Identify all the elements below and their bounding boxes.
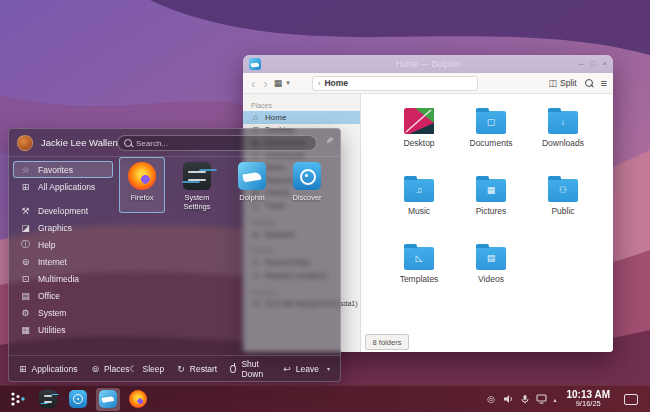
dolphin-icon xyxy=(238,162,266,190)
breadcrumb-home[interactable]: Home xyxy=(324,78,348,88)
menu-icon[interactable]: ≡ xyxy=(601,77,607,89)
microphone-icon[interactable] xyxy=(519,394,530,405)
nav-favorites[interactable]: ☆ Favorites xyxy=(13,161,113,178)
office-icon: ▤ xyxy=(20,291,31,301)
music-folder-icon: ♫ xyxy=(404,179,434,202)
digital-clock[interactable]: 10:13 AM 9/16/25 xyxy=(566,389,610,409)
nav-separator xyxy=(13,195,113,202)
edit-pencil-icon[interactable]: ✎ xyxy=(326,136,334,146)
nav-all-applications[interactable]: ⊞ All Applications xyxy=(13,178,113,195)
dolphin-titlebar[interactable]: Home — Dolphin – □ × xyxy=(243,55,613,73)
desktop: Home — Dolphin – □ × ‹ › ▦ ▾ › Home ◫ Sp… xyxy=(0,0,650,412)
show-desktop-button[interactable] xyxy=(624,394,638,405)
folder-documents[interactable]: ▢ Documents xyxy=(455,104,527,172)
favorites-icon: ☆ xyxy=(20,165,31,175)
forward-button[interactable]: › xyxy=(261,77,269,90)
help-icon: ⓘ xyxy=(20,238,31,251)
nav-development[interactable]: ⚒ Development xyxy=(13,202,113,219)
all-applications-icon: ⊞ xyxy=(20,182,31,192)
back-button[interactable]: ‹ xyxy=(249,77,257,90)
application-launcher-menu: Jackie Lee Wallen ✎ ☆ Favorites ⊞ All Ap… xyxy=(8,128,341,382)
applications-icon: ⊞ xyxy=(19,364,27,374)
view-mode-caret-icon[interactable]: ▾ xyxy=(286,79,290,87)
place-home[interactable]: ⌂ Home xyxy=(243,111,360,124)
system-tray: ◎ ▴ 10:13 AM 9/16/25 xyxy=(485,389,650,409)
taskbar-firefox[interactable] xyxy=(126,388,150,411)
favorite-discover[interactable]: Discover xyxy=(284,157,330,213)
development-icon: ⚒ xyxy=(20,206,31,216)
maximize-button[interactable]: □ xyxy=(590,60,595,68)
discover-icon xyxy=(293,162,321,190)
dolphin-app-icon xyxy=(249,58,261,70)
taskbar-dolphin-active[interactable] xyxy=(96,388,120,411)
taskbar: ◎ ▴ 10:13 AM 9/16/25 xyxy=(0,385,650,412)
desktop-folder-icon xyxy=(404,108,434,134)
breadcrumb[interactable]: › Home xyxy=(312,76,478,91)
tab-places[interactable]: ⊚ Places xyxy=(91,364,129,374)
system-settings-icon xyxy=(183,162,211,190)
user-name: Jackie Lee Wallen xyxy=(41,137,118,148)
minimize-button[interactable]: – xyxy=(579,60,583,68)
restart-button[interactable]: ↻ Restart xyxy=(177,364,217,374)
internet-icon: ⊚ xyxy=(20,257,31,267)
documents-folder-icon: ▢ xyxy=(476,111,506,134)
search-icon[interactable] xyxy=(585,79,593,87)
search-input[interactable] xyxy=(136,139,286,148)
shut-down-button[interactable]: Shut Down xyxy=(230,359,270,379)
favorite-firefox[interactable]: Firefox xyxy=(119,157,165,213)
breadcrumb-chevron-icon: › xyxy=(318,79,321,88)
tab-applications[interactable]: ⊞ Applications xyxy=(19,364,77,374)
folder-videos[interactable]: ▤ Videos xyxy=(455,240,527,308)
search-icon xyxy=(124,139,132,147)
graphics-icon: ◪ xyxy=(20,223,31,233)
taskbar-discover[interactable] xyxy=(66,388,90,411)
display-network-icon[interactable] xyxy=(536,394,547,405)
videos-folder-icon: ▤ xyxy=(476,247,506,270)
application-launcher-button[interactable] xyxy=(6,388,30,411)
folder-music[interactable]: ♫ Music xyxy=(383,172,455,240)
leave-button[interactable]: ↩ Leave ▾ xyxy=(283,364,330,374)
restart-icon: ↻ xyxy=(177,364,185,374)
chevron-down-icon: ▾ xyxy=(327,365,330,372)
favorites-grid: Firefox System Settings Dolphin Discover xyxy=(119,157,330,213)
folder-view: Desktop ▢ Documents ↓ Downloads ♫ Music xyxy=(361,94,613,352)
templates-folder-icon: ◺ xyxy=(404,247,434,270)
system-settings-icon xyxy=(39,390,57,408)
downloads-folder-icon: ↓ xyxy=(548,111,578,134)
status-bar: 8 folders xyxy=(365,334,409,350)
volume-icon[interactable] xyxy=(502,394,513,405)
sleep-icon: ☾ xyxy=(129,364,137,374)
folder-desktop[interactable]: Desktop xyxy=(383,104,455,172)
nav-multimedia[interactable]: ⊡ Multimedia xyxy=(13,270,113,287)
firefox-icon xyxy=(128,162,156,190)
favorite-dolphin[interactable]: Dolphin xyxy=(229,157,275,213)
status-notifier-icon[interactable]: ◎ xyxy=(485,394,496,405)
nav-system[interactable]: ⚙ System xyxy=(13,304,113,321)
nav-internet[interactable]: ⊚ Internet xyxy=(13,253,113,270)
search-field[interactable] xyxy=(117,135,317,151)
view-mode-icon[interactable]: ▦ xyxy=(274,78,283,88)
leave-icon: ↩ xyxy=(283,364,291,374)
sleep-button[interactable]: ☾ Sleep xyxy=(129,364,164,374)
folder-pictures[interactable]: ▦ Pictures xyxy=(455,172,527,240)
avatar[interactable] xyxy=(17,135,33,151)
kickoff-icon xyxy=(10,391,26,407)
multimedia-icon: ⊡ xyxy=(20,274,31,284)
split-button[interactable]: ◫ Split xyxy=(549,78,577,88)
dolphin-toolbar: ‹ › ▦ ▾ › Home ◫ Split ≡ xyxy=(243,73,613,94)
folder-public[interactable]: ⚇ Public xyxy=(527,172,599,240)
clock-date: 9/16/25 xyxy=(566,400,610,409)
nav-office[interactable]: ▤ Office xyxy=(13,287,113,304)
nav-help[interactable]: ⓘ Help xyxy=(13,236,113,253)
nav-utilities[interactable]: ▦ Utilities xyxy=(13,321,113,338)
folder-templates[interactable]: ◺ Templates xyxy=(383,240,455,308)
nav-graphics[interactable]: ◪ Graphics xyxy=(13,219,113,236)
utilities-icon: ▦ xyxy=(20,325,31,335)
taskbar-system-settings[interactable] xyxy=(36,388,60,411)
split-icon: ◫ xyxy=(549,78,558,88)
folder-downloads[interactable]: ↓ Downloads xyxy=(527,104,599,172)
close-button[interactable]: × xyxy=(602,60,607,68)
favorite-system-settings[interactable]: System Settings xyxy=(174,157,220,213)
launcher-footer: ⊞ Applications ⊚ Places ☾ Sleep ↻ Restar… xyxy=(9,355,340,381)
tray-expand-icon[interactable]: ▴ xyxy=(553,396,556,403)
